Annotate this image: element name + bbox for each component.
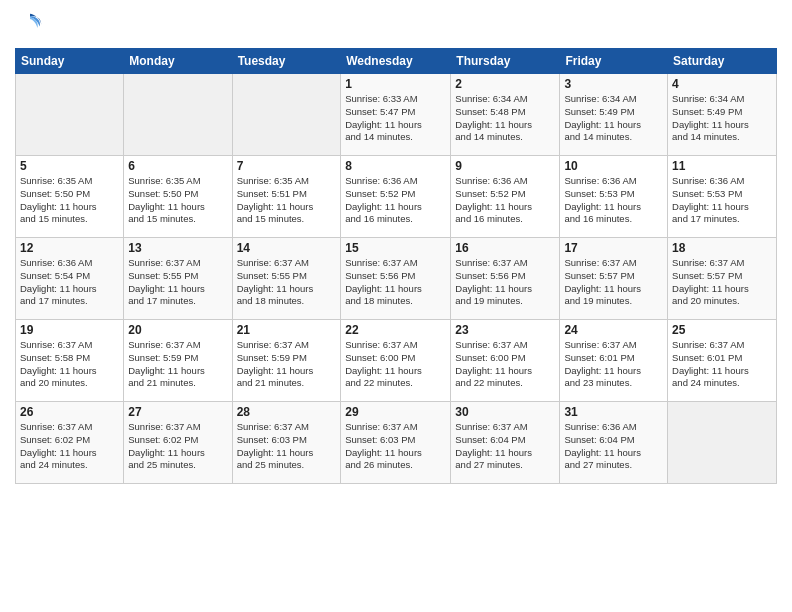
day-info: Sunrise: 6:37 AM Sunset: 5:59 PM Dayligh… [128,339,227,390]
header-thursday: Thursday [451,49,560,74]
calendar-week-row: 1Sunrise: 6:33 AM Sunset: 5:47 PM Daylig… [16,74,777,156]
day-number: 24 [564,323,663,337]
calendar-cell [124,74,232,156]
day-info: Sunrise: 6:37 AM Sunset: 6:03 PM Dayligh… [345,421,446,472]
day-info: Sunrise: 6:37 AM Sunset: 6:00 PM Dayligh… [455,339,555,390]
header-monday: Monday [124,49,232,74]
day-number: 31 [564,405,663,419]
day-info: Sunrise: 6:36 AM Sunset: 5:52 PM Dayligh… [345,175,446,226]
calendar-cell [16,74,124,156]
header-wednesday: Wednesday [341,49,451,74]
calendar-cell: 10Sunrise: 6:36 AM Sunset: 5:53 PM Dayli… [560,156,668,238]
calendar-cell: 9Sunrise: 6:36 AM Sunset: 5:52 PM Daylig… [451,156,560,238]
header-tuesday: Tuesday [232,49,341,74]
day-number: 25 [672,323,772,337]
day-info: Sunrise: 6:37 AM Sunset: 6:01 PM Dayligh… [672,339,772,390]
calendar-cell: 8Sunrise: 6:36 AM Sunset: 5:52 PM Daylig… [341,156,451,238]
calendar-cell: 17Sunrise: 6:37 AM Sunset: 5:57 PM Dayli… [560,238,668,320]
logo [15,10,49,40]
calendar-cell: 11Sunrise: 6:36 AM Sunset: 5:53 PM Dayli… [668,156,777,238]
calendar-cell: 6Sunrise: 6:35 AM Sunset: 5:50 PM Daylig… [124,156,232,238]
day-info: Sunrise: 6:37 AM Sunset: 5:56 PM Dayligh… [455,257,555,308]
calendar-cell: 19Sunrise: 6:37 AM Sunset: 5:58 PM Dayli… [16,320,124,402]
day-info: Sunrise: 6:37 AM Sunset: 6:02 PM Dayligh… [20,421,119,472]
calendar-cell: 30Sunrise: 6:37 AM Sunset: 6:04 PM Dayli… [451,402,560,484]
day-number: 18 [672,241,772,255]
calendar-cell: 5Sunrise: 6:35 AM Sunset: 5:50 PM Daylig… [16,156,124,238]
calendar-cell: 2Sunrise: 6:34 AM Sunset: 5:48 PM Daylig… [451,74,560,156]
day-number: 4 [672,77,772,91]
day-info: Sunrise: 6:37 AM Sunset: 6:03 PM Dayligh… [237,421,337,472]
day-number: 7 [237,159,337,173]
day-number: 12 [20,241,119,255]
day-number: 1 [345,77,446,91]
day-info: Sunrise: 6:37 AM Sunset: 6:00 PM Dayligh… [345,339,446,390]
calendar-cell: 13Sunrise: 6:37 AM Sunset: 5:55 PM Dayli… [124,238,232,320]
header-saturday: Saturday [668,49,777,74]
day-number: 27 [128,405,227,419]
day-info: Sunrise: 6:35 AM Sunset: 5:50 PM Dayligh… [20,175,119,226]
calendar-cell: 29Sunrise: 6:37 AM Sunset: 6:03 PM Dayli… [341,402,451,484]
day-info: Sunrise: 6:34 AM Sunset: 5:49 PM Dayligh… [672,93,772,144]
day-info: Sunrise: 6:37 AM Sunset: 5:58 PM Dayligh… [20,339,119,390]
calendar-cell: 3Sunrise: 6:34 AM Sunset: 5:49 PM Daylig… [560,74,668,156]
header-friday: Friday [560,49,668,74]
calendar-cell: 27Sunrise: 6:37 AM Sunset: 6:02 PM Dayli… [124,402,232,484]
day-info: Sunrise: 6:37 AM Sunset: 6:01 PM Dayligh… [564,339,663,390]
day-info: Sunrise: 6:36 AM Sunset: 6:04 PM Dayligh… [564,421,663,472]
day-number: 14 [237,241,337,255]
calendar-cell: 26Sunrise: 6:37 AM Sunset: 6:02 PM Dayli… [16,402,124,484]
calendar-cell [232,74,341,156]
day-number: 13 [128,241,227,255]
day-number: 11 [672,159,772,173]
day-info: Sunrise: 6:36 AM Sunset: 5:53 PM Dayligh… [564,175,663,226]
day-number: 19 [20,323,119,337]
day-info: Sunrise: 6:37 AM Sunset: 5:55 PM Dayligh… [237,257,337,308]
logo-icon [15,10,45,40]
calendar-cell: 25Sunrise: 6:37 AM Sunset: 6:01 PM Dayli… [668,320,777,402]
day-info: Sunrise: 6:37 AM Sunset: 6:04 PM Dayligh… [455,421,555,472]
calendar-cell: 1Sunrise: 6:33 AM Sunset: 5:47 PM Daylig… [341,74,451,156]
day-info: Sunrise: 6:37 AM Sunset: 5:57 PM Dayligh… [672,257,772,308]
calendar-cell: 16Sunrise: 6:37 AM Sunset: 5:56 PM Dayli… [451,238,560,320]
day-number: 8 [345,159,446,173]
day-number: 17 [564,241,663,255]
day-number: 3 [564,77,663,91]
day-number: 20 [128,323,227,337]
day-info: Sunrise: 6:36 AM Sunset: 5:54 PM Dayligh… [20,257,119,308]
day-info: Sunrise: 6:37 AM Sunset: 5:55 PM Dayligh… [128,257,227,308]
calendar-header-row: SundayMondayTuesdayWednesdayThursdayFrid… [16,49,777,74]
day-number: 22 [345,323,446,337]
calendar-week-row: 12Sunrise: 6:36 AM Sunset: 5:54 PM Dayli… [16,238,777,320]
calendar-cell: 21Sunrise: 6:37 AM Sunset: 5:59 PM Dayli… [232,320,341,402]
calendar-cell: 15Sunrise: 6:37 AM Sunset: 5:56 PM Dayli… [341,238,451,320]
day-number: 10 [564,159,663,173]
calendar-cell: 18Sunrise: 6:37 AM Sunset: 5:57 PM Dayli… [668,238,777,320]
day-number: 21 [237,323,337,337]
calendar-cell: 31Sunrise: 6:36 AM Sunset: 6:04 PM Dayli… [560,402,668,484]
day-info: Sunrise: 6:37 AM Sunset: 6:02 PM Dayligh… [128,421,227,472]
day-number: 30 [455,405,555,419]
day-info: Sunrise: 6:37 AM Sunset: 5:56 PM Dayligh… [345,257,446,308]
calendar-cell: 23Sunrise: 6:37 AM Sunset: 6:00 PM Dayli… [451,320,560,402]
day-info: Sunrise: 6:35 AM Sunset: 5:51 PM Dayligh… [237,175,337,226]
calendar-cell: 12Sunrise: 6:36 AM Sunset: 5:54 PM Dayli… [16,238,124,320]
day-number: 5 [20,159,119,173]
day-info: Sunrise: 6:34 AM Sunset: 5:49 PM Dayligh… [564,93,663,144]
day-info: Sunrise: 6:36 AM Sunset: 5:53 PM Dayligh… [672,175,772,226]
day-info: Sunrise: 6:37 AM Sunset: 5:59 PM Dayligh… [237,339,337,390]
day-number: 29 [345,405,446,419]
calendar-table: SundayMondayTuesdayWednesdayThursdayFrid… [15,48,777,484]
header-sunday: Sunday [16,49,124,74]
day-info: Sunrise: 6:35 AM Sunset: 5:50 PM Dayligh… [128,175,227,226]
day-number: 15 [345,241,446,255]
calendar-cell: 22Sunrise: 6:37 AM Sunset: 6:00 PM Dayli… [341,320,451,402]
day-number: 9 [455,159,555,173]
day-info: Sunrise: 6:33 AM Sunset: 5:47 PM Dayligh… [345,93,446,144]
day-number: 2 [455,77,555,91]
day-number: 16 [455,241,555,255]
day-number: 6 [128,159,227,173]
calendar-cell [668,402,777,484]
day-number: 23 [455,323,555,337]
day-info: Sunrise: 6:34 AM Sunset: 5:48 PM Dayligh… [455,93,555,144]
